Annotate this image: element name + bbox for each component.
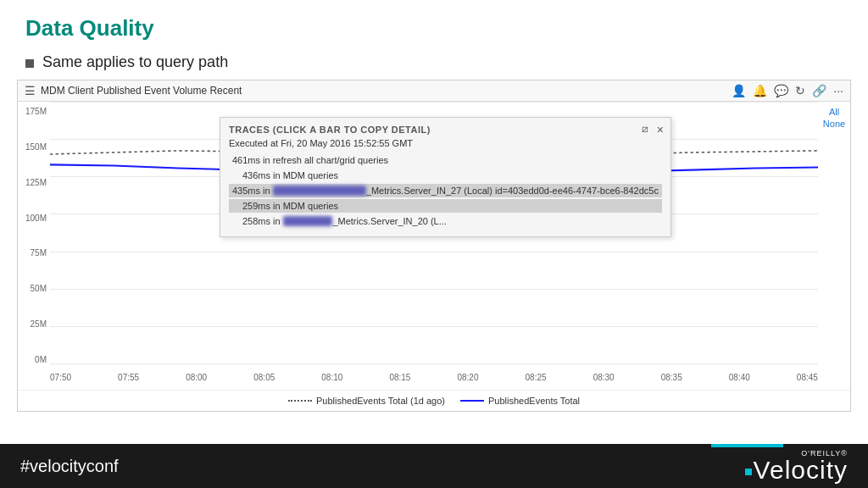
legend-solid-label: PublishedEvents Total: [488, 396, 580, 406]
legend-solid-line: [460, 400, 484, 402]
tooltip-title: TRACES (CLICK A BAR TO COPY DETAIL): [229, 125, 662, 135]
page-title: Data Quality: [0, 0, 868, 50]
bullet-text: Same applies to query path: [42, 53, 228, 71]
velocity-accent-block: [745, 469, 752, 475]
x-label: 08:05: [253, 373, 275, 382]
hamburger-icon[interactable]: ☰: [25, 84, 36, 97]
x-label: 07:50: [50, 373, 71, 382]
y-axis: 175M 150M 125M 100M 75M 50M 25M 0M: [18, 102, 50, 390]
x-label: 08:45: [797, 373, 818, 382]
chart-header-left: ☰ MDM Client Published Event Volume Rece…: [25, 84, 242, 97]
x-label: 08:30: [593, 373, 615, 382]
refresh-icon[interactable]: ↻: [795, 84, 805, 97]
chart-header-right: 👤 🔔 💬 ↻ 🔗 ···: [732, 84, 843, 97]
tooltip-row-2: 436ms in MDM queries: [229, 169, 662, 182]
x-label: 08:20: [457, 373, 478, 382]
chat-icon[interactable]: 💬: [774, 84, 788, 97]
tooltip-row-4: 259ms in MDM queries: [229, 199, 662, 213]
chart-title: MDM Client Published Event Volume Recent: [41, 85, 242, 97]
y-label-125m: 125M: [21, 178, 47, 187]
x-labels: 07:50 07:55 08:00 08:05 08:10 08:15 08:2…: [50, 373, 818, 382]
chart-container: ☰ MDM Client Published Event Volume Rece…: [17, 80, 851, 412]
none-link[interactable]: None: [823, 119, 845, 129]
bullet-icon: [25, 59, 34, 68]
legend-solid-item: PublishedEvents Total: [460, 396, 580, 406]
x-label: 08:25: [526, 373, 547, 382]
chart-header: ☰ MDM Client Published Event Volume Rece…: [18, 80, 850, 102]
y-label-100m: 100M: [21, 214, 47, 223]
tooltip-row-1: 461ms in refresh all chart/grid queries: [229, 153, 662, 167]
y-label-50m: 50M: [21, 284, 47, 293]
legend-dotted-label: PublishedEvents Total (1d ago): [316, 396, 445, 406]
y-label-0m: 0M: [21, 355, 47, 364]
legend-dotted-line: [288, 400, 312, 402]
tooltip-row-5: 258ms in XXXXXXXX_Metrics.Server_IN_20 (…: [229, 214, 662, 228]
tooltip-row-3: 435ms in XXXXXXXXXXXXXXX_Metrics.Server_…: [229, 184, 662, 197]
x-label: 08:35: [661, 373, 682, 382]
bullet-section: Same applies to query path: [0, 50, 868, 80]
x-label: 08:00: [186, 373, 207, 382]
teal-accent-bar: [711, 444, 783, 447]
tooltip-close-button[interactable]: ×: [657, 123, 664, 136]
velocity-brand-name: Velocity: [754, 456, 848, 484]
x-label: 08:10: [321, 373, 342, 382]
x-label: 08:15: [389, 373, 410, 382]
chart-footer: PublishedEvents Total (1d ago) Published…: [18, 390, 850, 411]
more-icon[interactable]: ···: [833, 84, 843, 97]
person-icon[interactable]: 👤: [732, 84, 746, 97]
bell-icon[interactable]: 🔔: [753, 84, 767, 97]
blurred-text: XXXXXXXXXXXXXXX: [273, 186, 366, 196]
chart-side-links: All None: [818, 102, 850, 390]
all-link[interactable]: All: [829, 107, 839, 117]
x-axis: 07:50 07:55 08:00 08:05 08:10 08:15 08:2…: [50, 364, 818, 390]
bottom-bar: #velocityconf O'REILLY® Velocity: [0, 444, 868, 488]
velocity-text: Velocity: [745, 458, 848, 483]
chart-body: 175M 150M 125M 100M 75M 50M 25M 0M: [18, 102, 850, 390]
chart-area: 07:50 07:55 08:00 08:05 08:10 08:15 08:2…: [50, 102, 818, 390]
legend-dotted-item: PublishedEvents Total (1d ago): [288, 396, 445, 406]
x-label: 07:55: [118, 373, 139, 382]
y-label-175m: 175M: [21, 107, 47, 116]
x-label: 08:40: [729, 373, 750, 382]
link-icon[interactable]: 🔗: [812, 84, 826, 97]
velocity-brand: O'REILLY® Velocity: [745, 449, 848, 483]
y-label-150m: 150M: [21, 142, 47, 152]
y-label-25m: 25M: [21, 319, 47, 329]
tooltip-box: TRACES (CLICK A BAR TO COPY DETAIL) Exec…: [220, 117, 671, 237]
y-label-75m: 75M: [21, 248, 47, 258]
hashtag-text: #velocityconf: [20, 457, 119, 476]
tooltip-expand-icon[interactable]: ⧄: [642, 123, 648, 135]
tooltip-executed: Executed at Fri, 20 May 2016 15:52:55 GM…: [229, 138, 662, 148]
blurred-text-2: XXXXXXXX: [283, 216, 333, 226]
